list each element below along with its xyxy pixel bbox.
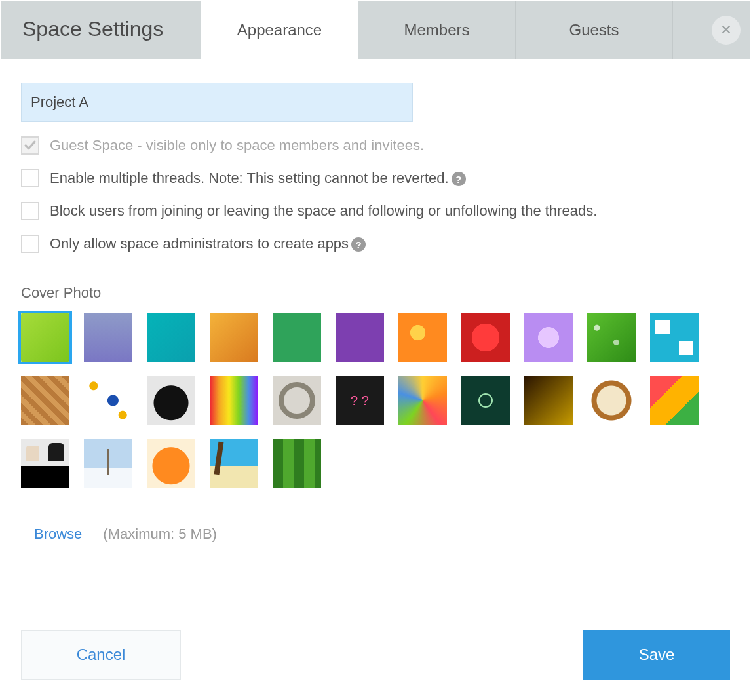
cover-upload-row: Browse (Maximum: 5 MB) xyxy=(21,526,730,543)
browse-link[interactable]: Browse xyxy=(34,526,82,543)
cover-thumb-orange-texture[interactable] xyxy=(210,313,258,362)
upload-limit-text: (Maximum: 5 MB) xyxy=(103,526,217,543)
cover-thumb-purple-gradient[interactable] xyxy=(84,313,132,362)
cover-thumb-green-solid[interactable] xyxy=(273,313,321,362)
cover-thumb-dogs[interactable] xyxy=(21,439,69,488)
tab-label: Members xyxy=(404,21,469,39)
tab-members[interactable]: Members xyxy=(358,1,516,59)
option-guest-space: Guest Space - visible only to space memb… xyxy=(21,136,730,155)
cover-thumb-chalkboard-questions[interactable] xyxy=(336,376,384,425)
cover-thumb-green-curves[interactable] xyxy=(21,313,69,362)
cancel-button[interactable]: Cancel xyxy=(21,630,181,680)
close-button[interactable] xyxy=(712,16,741,45)
cover-thumb-dark-gradient[interactable] xyxy=(524,376,573,425)
tab-label: Guests xyxy=(569,21,619,39)
cover-thumb-winter-trees[interactable] xyxy=(84,439,132,488)
cover-thumb-green-leaf[interactable] xyxy=(587,313,636,362)
tab-guests[interactable]: Guests xyxy=(516,1,673,59)
cover-thumb-orange-flower[interactable] xyxy=(398,313,447,362)
cover-thumb-red-flower[interactable] xyxy=(461,313,510,362)
option-label: Enable multiple threads. Note: This sett… xyxy=(50,170,466,187)
check-icon xyxy=(24,140,36,151)
cover-thumb-lilac-flower[interactable] xyxy=(524,313,573,362)
option-multi-thread: Enable multiple threads. Note: This sett… xyxy=(21,169,730,187)
space-settings-dialog: Space Settings Appearance Members Guests… xyxy=(1,1,750,699)
cover-thumb-vegetables[interactable] xyxy=(650,376,699,425)
dialog-title: Space Settings xyxy=(1,1,201,59)
option-block-join: Block users from joining or leaving the … xyxy=(21,202,730,220)
cover-thumb-blue-mosaic[interactable] xyxy=(84,376,132,425)
cover-thumb-teal-water[interactable] xyxy=(147,313,195,362)
cover-thumb-purple-solid[interactable] xyxy=(336,313,384,362)
checkbox-block-join[interactable] xyxy=(21,202,39,220)
tab-label: Appearance xyxy=(237,21,322,39)
cover-thumb-pumpkins[interactable] xyxy=(147,439,195,488)
dialog-header: Space Settings Appearance Members Guests xyxy=(1,1,750,59)
tab-appearance[interactable]: Appearance xyxy=(201,1,358,59)
option-label: Only allow space administrators to creat… xyxy=(50,235,366,252)
help-icon[interactable]: ? xyxy=(452,172,466,186)
tab-bar: Appearance Members Guests xyxy=(201,1,673,59)
close-icon xyxy=(721,22,731,39)
cover-thumb-latte-art[interactable] xyxy=(587,376,636,425)
option-label: Block users from joining or leaving the … xyxy=(50,203,597,220)
dialog-content: Guest Space - visible only to space memb… xyxy=(1,59,750,610)
help-icon[interactable]: ? xyxy=(351,237,366,252)
option-admin-apps: Only allow space administrators to creat… xyxy=(21,235,730,253)
checkbox-admin-apps[interactable] xyxy=(21,235,39,253)
cover-thumb-color-pencils[interactable] xyxy=(210,376,258,425)
button-label: Save xyxy=(639,646,675,664)
dialog-footer: Cancel Save xyxy=(1,610,750,699)
cover-thumb-lightbulbs[interactable] xyxy=(461,376,510,425)
cover-thumb-tropical-beach[interactable] xyxy=(210,439,258,488)
cover-thumb-white-cubes[interactable] xyxy=(650,313,699,362)
cover-thumb-wood-pattern[interactable] xyxy=(21,376,69,425)
cover-thumb-compass[interactable] xyxy=(147,376,195,425)
cover-photo-label: Cover Photo xyxy=(21,284,730,301)
cover-thumb-bamboo[interactable] xyxy=(273,439,321,488)
cover-thumb-gear[interactable] xyxy=(273,376,321,425)
cover-thumb-crayon-faces[interactable] xyxy=(398,376,447,425)
space-name-input[interactable] xyxy=(21,83,413,122)
cover-photo-grid xyxy=(21,313,729,488)
option-label: Guest Space - visible only to space memb… xyxy=(50,137,424,154)
checkbox-guest-space xyxy=(21,136,39,155)
checkbox-multi-thread[interactable] xyxy=(21,169,39,187)
button-label: Cancel xyxy=(77,646,126,664)
save-button[interactable]: Save xyxy=(583,630,730,680)
